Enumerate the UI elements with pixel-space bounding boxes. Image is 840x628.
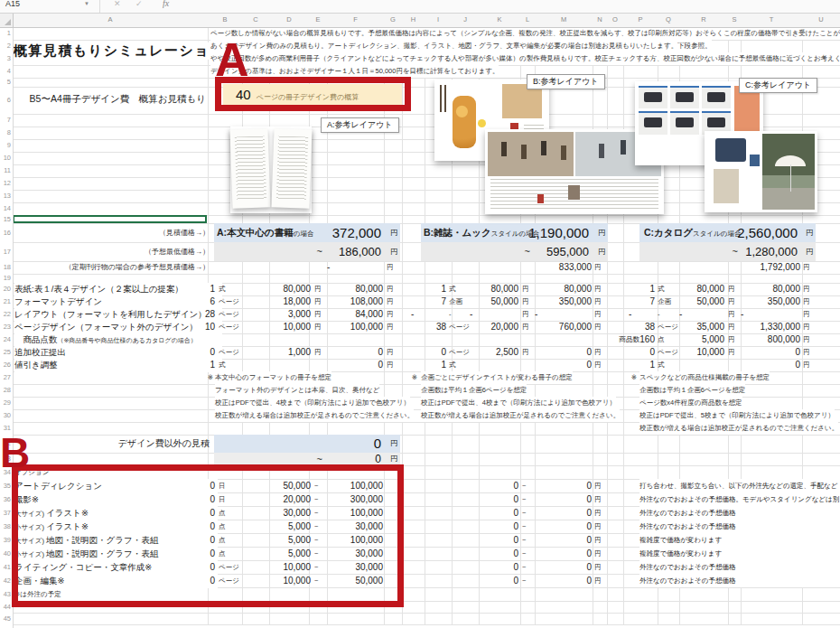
cancel-icon[interactable]: ✕	[114, 0, 121, 8]
c-qty-cell[interactable]: 160	[629, 333, 655, 346]
column-header-K[interactable]: K	[479, 13, 520, 27]
row-header-3[interactable]: 3	[0, 52, 11, 65]
c-price-cell[interactable]: 10,000	[679, 346, 724, 359]
row-header-38[interactable]: 38	[0, 520, 11, 533]
column-header-L[interactable]: L	[520, 13, 535, 27]
summary-b-periodical[interactable]: 833,000	[535, 261, 592, 274]
column-header-O[interactable]: O	[607, 13, 623, 27]
summary-a-min-cell[interactable]: ~ 186,000 円	[214, 242, 400, 261]
detail-row[interactable]: 値引き調整 1 式 0 円 1 式 0 円 1 式 0 円	[13, 359, 840, 371]
summary-a-estimate-cell[interactable]: A:本文中心の書籍の場合 372,000 円	[214, 223, 400, 242]
row-header-8[interactable]: 8	[0, 127, 11, 139]
row-header-19[interactable]: 19	[0, 274, 11, 283]
summary-c-estimate-cell[interactable]: C:カタログスタイルの場合 2,560,000 円	[639, 223, 816, 242]
select-all-corner[interactable]	[0, 13, 14, 28]
c-price-cell[interactable]: -	[679, 308, 724, 321]
row-header-10[interactable]: 10	[0, 152, 11, 164]
row-header-41[interactable]: 41	[0, 560, 11, 574]
a-qty-cell[interactable]: 1	[181, 359, 215, 371]
b-qty-cell[interactable]: 0	[411, 346, 446, 359]
row-header-22[interactable]: 22	[0, 308, 11, 321]
row-header-11[interactable]: 11	[0, 164, 11, 177]
b-price-cell[interactable]: 2,500	[470, 346, 518, 359]
summary-b-estimate-cell[interactable]: B:雑誌・ムックスタイルの場合 1,190,000 円	[421, 223, 608, 242]
c-qty-cell[interactable]: 1	[629, 359, 655, 371]
a-qty-cell[interactable]: 1	[181, 283, 215, 295]
row-header-27[interactable]: 27	[0, 371, 11, 384]
b-qty-cell[interactable]: -	[411, 308, 446, 321]
a-qty-cell[interactable]: 0	[181, 346, 215, 359]
summary-c-periodical[interactable]: 1,792,000	[741, 261, 800, 274]
c-qty-cell[interactable]: 7	[629, 295, 655, 308]
b-price-cell[interactable]: 50,000	[470, 295, 518, 308]
b-qty-cell[interactable]: 7	[411, 295, 446, 308]
b-qty-cell[interactable]: 1	[411, 283, 446, 295]
row-header-29[interactable]: 29	[0, 397, 11, 409]
row-header-6[interactable]: 6	[0, 87, 11, 114]
column-header-T[interactable]: T	[741, 13, 802, 27]
row-header-23[interactable]: 23	[0, 321, 11, 333]
row-header-36[interactable]: 36	[0, 492, 11, 506]
summary-b-min-cell[interactable]: ~ 595,000 円	[421, 242, 608, 261]
a-price-cell[interactable]: 1,000	[267, 346, 311, 359]
b-price-cell[interactable]: -	[470, 308, 518, 321]
column-header-F[interactable]: F	[327, 13, 384, 27]
column-header-H[interactable]: H	[402, 13, 425, 27]
row-header-40[interactable]: 40	[0, 547, 11, 560]
row-header-28[interactable]: 28	[0, 384, 11, 397]
row-header-35[interactable]: 35	[0, 479, 11, 492]
a-price-cell[interactable]: 18,000	[267, 295, 311, 308]
row-header-14[interactable]: 14	[0, 202, 11, 215]
c-price-cell[interactable]: 50,000	[679, 295, 724, 308]
column-header-C[interactable]: C	[242, 13, 269, 27]
column-header-S[interactable]: S	[728, 13, 741, 27]
b-price-cell[interactable]: 80,000	[470, 283, 518, 295]
row-header-18[interactable]: 18	[0, 261, 11, 274]
column-header-P[interactable]: P	[623, 13, 658, 27]
column-header-J[interactable]: J	[452, 13, 479, 27]
row-header-25[interactable]: 25	[0, 346, 11, 359]
b-qty-cell[interactable]: 38	[411, 321, 446, 333]
summary-c-min-cell[interactable]: ~ 1,280,000 円	[639, 242, 816, 261]
column-header-N[interactable]: N	[593, 13, 607, 27]
c-qty-cell[interactable]: -	[629, 308, 655, 321]
column-header-I[interactable]: I	[425, 13, 452, 27]
a-price-cell[interactable]: 80,000	[267, 283, 311, 295]
column-header-M[interactable]: M	[535, 13, 593, 27]
a-qty-cell[interactable]: 6	[181, 295, 215, 308]
row-header-42[interactable]: 42	[0, 574, 11, 587]
row-header-37[interactable]: 37	[0, 506, 11, 520]
a-qty-cell[interactable]: 28	[181, 308, 215, 321]
row-header-12[interactable]: 12	[0, 177, 11, 190]
other-estimate-cell[interactable]: 0 円	[214, 435, 400, 453]
c-price-cell[interactable]: 35,000	[679, 321, 724, 333]
c-qty-cell[interactable]: 38	[629, 321, 655, 333]
selected-cell-a15[interactable]	[13, 215, 207, 223]
column-header-U[interactable]: U	[802, 13, 840, 27]
detail-row[interactable]: フォーマットデザイン 6 ページ 18,000 円 108,000 円 7 企画…	[13, 295, 840, 308]
a-qty-cell[interactable]: 10	[181, 321, 215, 333]
row-header-15[interactable]: 15	[0, 215, 11, 223]
column-header-Q[interactable]: Q	[658, 13, 679, 27]
c-price-cell[interactable]: 80,000	[679, 283, 724, 295]
column-header-D[interactable]: D	[269, 13, 309, 27]
column-header-G[interactable]: G	[384, 13, 402, 27]
name-box-caret-icon[interactable]: ▼	[84, 1, 89, 6]
c-qty-cell[interactable]: 1	[629, 283, 655, 295]
row-header-44[interactable]: 44	[0, 601, 11, 613]
row-header-17[interactable]: 17	[0, 242, 11, 261]
row-header-39[interactable]: 39	[0, 533, 11, 547]
row-header-9[interactable]: 9	[0, 139, 11, 152]
column-header-E[interactable]: E	[309, 13, 327, 27]
detail-row[interactable]: ページデザイン（フォーマット外のデザイン） 10 ページ 10,000 円 10…	[13, 321, 840, 333]
row-header-24[interactable]: 24	[0, 333, 11, 346]
summary-a-periodical[interactable]: -	[327, 261, 383, 274]
b-price-cell[interactable]: 20,000	[470, 321, 518, 333]
other-estimate-min-cell[interactable]: ~ 0 円	[214, 453, 400, 465]
column-header-B[interactable]: B	[208, 13, 242, 27]
detail-row[interactable]: 追加校正提出 0 ページ 1,000 円 0 円 0 ページ 2,500 円 0…	[13, 346, 840, 359]
row-header-7[interactable]: 7	[0, 114, 11, 127]
row-header-5[interactable]: 5	[0, 78, 11, 87]
column-headers[interactable]: ABCDEFGHIJKLMNOPQRSTU	[0, 13, 840, 28]
c-price-cell[interactable]: 5,000	[679, 333, 724, 346]
